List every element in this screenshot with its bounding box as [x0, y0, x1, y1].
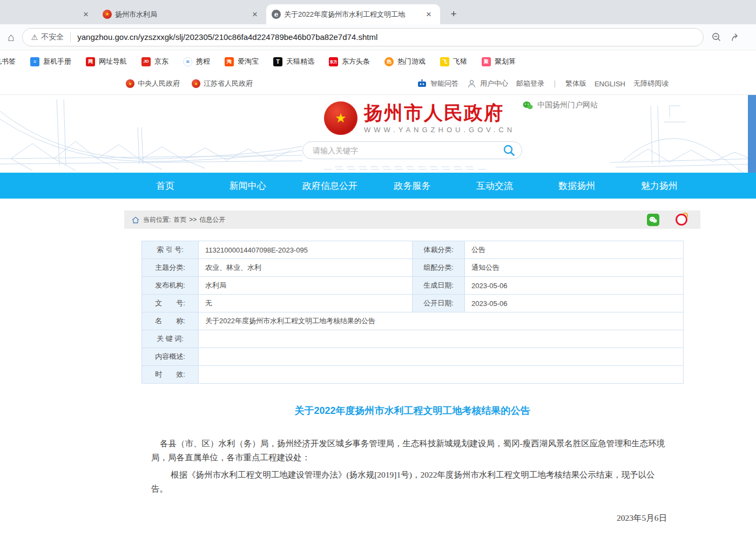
home-icon[interactable]: ⌂ — [8, 31, 15, 44]
link-jiangsu-gov[interactable]: ★江苏省人民政府 — [192, 79, 253, 88]
gov-link-label: ENGLISH — [595, 80, 625, 88]
tab-cutoff[interactable]: × — [0, 4, 97, 24]
site-name: 扬州市人民政府 — [364, 103, 515, 124]
bookmark-fliggy[interactable]: 飞飞猪 — [440, 57, 467, 66]
tab-title: 关于2022年度扬州市水利工程文明工地 — [284, 10, 420, 19]
article-paragraph: 根据《扬州市水利工程文明工地建设管理办法》(扬水规[2019]1号)，2022年… — [151, 468, 667, 496]
meta-value — [199, 348, 684, 366]
juhuasuan-icon: 聚 — [482, 57, 491, 66]
link-mail-login[interactable]: 邮箱登录 — [516, 79, 544, 88]
link-traditional[interactable]: 繁体版 — [565, 79, 586, 88]
gov-link-label: 邮箱登录 — [516, 79, 544, 88]
taobao-icon: 淘 — [225, 57, 234, 66]
table-row: 名 称: 关于2022年度扬州市水利工程文明工地考核结果的公告 — [142, 312, 684, 330]
nav-info-disclosure[interactable]: 政府信息公开 — [289, 180, 371, 192]
wechat-share-icon[interactable] — [647, 214, 659, 226]
close-icon[interactable]: × — [249, 9, 261, 21]
bookmark-juhuasuan[interactable]: 聚聚划算 — [482, 57, 516, 66]
search-input[interactable] — [313, 146, 502, 155]
not-secure-label[interactable]: 不安全 — [41, 32, 64, 42]
meta-value: 水利局 — [199, 277, 413, 295]
url-text[interactable]: yangzhou.gov.cn/yzszxxgk/slj/202305/210c… — [77, 32, 377, 42]
game-icon: 热 — [384, 57, 394, 66]
nav-services[interactable]: 政务服务 — [371, 180, 453, 192]
breadcrumb-section-link[interactable]: 信息公开 — [199, 215, 225, 224]
article-title: 关于2022年度扬州市水利工程文明工地考核结果的公告 — [124, 404, 700, 417]
header-blue-strip — [748, 95, 756, 173]
site-header: ★ 扬州市人民政府 WWW.YANGZHOU.GOV.CN 中国扬州门户网站 — [0, 95, 756, 173]
table-row: 内容概述: — [142, 348, 684, 366]
bookmark-aitaobao[interactable]: 淘爱淘宝 — [225, 57, 259, 66]
url-omnibox[interactable]: ⚠ 不安全 yangzhou.gov.cn/yzszxxgk/slj/20230… — [22, 28, 704, 46]
breadcrumb-home-link[interactable]: 首页 — [173, 215, 186, 224]
gov-link-label: 智能问答 — [430, 79, 458, 88]
gov-emblem-icon: ★ — [103, 10, 112, 19]
main-nav: 首页 新闻中心 政府信息公开 政务服务 互动交流 数据扬州 魅力扬州 — [0, 173, 756, 199]
bookmark-label: 天猫精选 — [286, 57, 314, 66]
meta-value: 2023-05-06 — [465, 295, 684, 312]
nav-data[interactable]: 数据扬州 — [536, 180, 618, 192]
nav-site-icon: 网 — [86, 57, 95, 66]
bookmark-label: 爱淘宝 — [238, 57, 259, 66]
metadata-table: 索 引 号: 11321000014407098E-2023-095 体裁分类:… — [141, 241, 684, 384]
bookmark-label: 机书签 — [0, 57, 16, 66]
share-icon[interactable] — [731, 32, 741, 43]
robot-icon — [417, 79, 427, 88]
bookmark-jd[interactable]: JD京东 — [141, 57, 168, 66]
site-url-label: WWW.YANGZHOU.GOV.CN — [364, 126, 515, 134]
manual-icon: ≡ — [30, 57, 39, 66]
breadcrumb: 当前位置: 首页 >> 信息公开 — [124, 210, 700, 229]
bookmark-shuji[interactable]: 机书签 — [0, 57, 16, 66]
bookmark-ctrip[interactable]: ≈携程 — [183, 57, 210, 66]
weibo-share-icon[interactable] — [676, 214, 687, 226]
meta-label: 发布机构: — [142, 277, 199, 295]
search-icon[interactable] — [502, 144, 516, 157]
address-bar: ⌂ ⚠ 不安全 yangzhou.gov.cn/yzszxxgk/slj/202… — [0, 24, 756, 50]
gov-link-label: 无障碍阅读 — [633, 79, 669, 88]
new-tab-button[interactable]: + — [447, 7, 461, 21]
breadcrumb-separator: >> — [189, 216, 197, 223]
gov-emblem-icon: ★ — [192, 79, 200, 88]
meta-label: 主题分类: — [142, 259, 199, 277]
page-content: 当前位置: 首页 >> 信息公开 索 引 号: 1132100001440709… — [124, 210, 700, 538]
meta-value — [199, 366, 684, 384]
fliggy-pig-icon: 飞 — [440, 57, 449, 66]
zoom-out-icon[interactable] — [711, 32, 722, 43]
bookmark-label: 携程 — [196, 57, 210, 66]
bookmark-xinji-shouce[interactable]: ≡新机手册 — [30, 57, 71, 66]
link-user-center[interactable]: 用户中心 — [467, 79, 508, 88]
bookmark-tmall[interactable]: T天猫精选 — [273, 57, 314, 66]
portal-link[interactable]: 中国扬州门户网站 — [523, 100, 598, 110]
meta-value: 无 — [199, 295, 413, 312]
site-search — [302, 141, 522, 159]
meta-label: 生成日期: — [413, 277, 465, 295]
link-smart-qa[interactable]: 智能问答 — [417, 79, 458, 88]
link-english[interactable]: ENGLISH — [595, 80, 625, 88]
meta-label: 公开日期: — [413, 295, 465, 312]
close-icon[interactable]: × — [80, 9, 92, 21]
bookmark-wangzhi-daohang[interactable]: 网网址导航 — [86, 57, 127, 66]
meta-value: 关于2022年度扬州市水利工程文明工地考核结果的公告 — [199, 312, 684, 330]
meta-label: 文 号: — [142, 295, 199, 312]
not-secure-warning-icon[interactable]: ⚠ — [31, 33, 38, 42]
ctrip-dolphin-icon: ≈ — [183, 57, 192, 66]
nav-home[interactable]: 首页 — [124, 180, 206, 192]
meta-label: 时 效: — [142, 366, 199, 384]
site-brand[interactable]: ★ 扬州市人民政府 WWW.YANGZHOU.GOV.CN — [324, 101, 515, 135]
link-accessibility[interactable]: 无障碍阅读 — [633, 79, 669, 88]
meta-label: 内容概述: — [142, 348, 199, 366]
gov-link-label: 用户中心 — [480, 79, 508, 88]
bookmark-hot-games[interactable]: 热热门游戏 — [384, 57, 426, 66]
link-central-gov[interactable]: ★中央人民政府 — [126, 79, 180, 88]
bookmark-label: 新机手册 — [43, 57, 71, 66]
nav-charm[interactable]: 魅力扬州 — [618, 180, 700, 192]
nav-news[interactable]: 新闻中心 — [206, 180, 288, 192]
divider — [555, 80, 555, 87]
tab-shuiliju[interactable]: ★ 扬州市水利局 × — [97, 4, 266, 24]
nav-interaction[interactable]: 互动交流 — [454, 180, 536, 192]
meta-label: 索 引 号: — [142, 241, 199, 259]
meta-value: 通知公告 — [465, 259, 684, 277]
tab-active-notice[interactable]: e 关于2022年度扬州市水利工程文明工地 × — [266, 4, 440, 24]
bookmark-eastday[interactable]: 东方东方头条 — [329, 57, 370, 66]
close-icon[interactable]: × — [423, 9, 435, 21]
